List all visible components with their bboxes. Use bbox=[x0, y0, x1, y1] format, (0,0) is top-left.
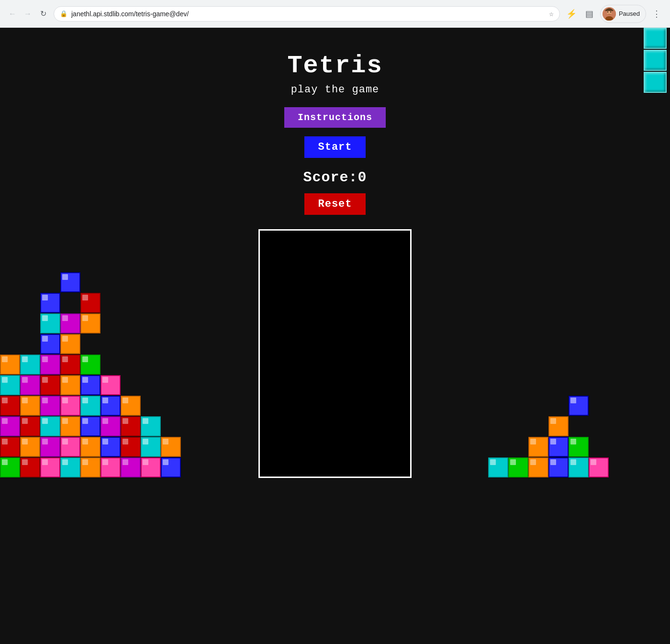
svg-rect-115 bbox=[62, 377, 68, 383]
lock-icon: 🔒 bbox=[60, 10, 67, 18]
svg-rect-52 bbox=[123, 439, 128, 444]
svg-rect-178 bbox=[591, 459, 596, 465]
svg-rect-40 bbox=[42, 439, 48, 444]
svg-rect-94 bbox=[62, 398, 68, 403]
back-button[interactable]: ← bbox=[6, 7, 19, 21]
svg-rect-187 bbox=[570, 439, 576, 444]
svg-point-3 bbox=[607, 11, 608, 12]
svg-rect-100 bbox=[102, 398, 108, 403]
left-blocks bbox=[0, 215, 201, 478]
svg-rect-16 bbox=[62, 459, 68, 465]
svg-rect-175 bbox=[570, 459, 576, 465]
svg-rect-58 bbox=[163, 439, 168, 444]
svg-rect-76 bbox=[102, 418, 108, 424]
svg-rect-37 bbox=[22, 439, 28, 444]
svg-rect-151 bbox=[42, 295, 48, 300]
profile-avatar bbox=[603, 7, 616, 21]
svg-rect-127 bbox=[22, 356, 28, 362]
menu-button[interactable]: ⋮ bbox=[649, 6, 664, 22]
svg-rect-130 bbox=[42, 356, 48, 362]
reset-button[interactable]: Reset bbox=[304, 193, 365, 215]
svg-rect-22 bbox=[102, 459, 108, 465]
svg-rect-91 bbox=[42, 398, 48, 403]
right-edge-piece bbox=[644, 28, 670, 94]
svg-rect-121 bbox=[102, 377, 108, 383]
svg-rect-193 bbox=[570, 398, 576, 403]
extensions-button[interactable]: ⚡ bbox=[564, 6, 579, 22]
svg-rect-46 bbox=[82, 439, 88, 444]
game-board-area bbox=[0, 229, 670, 478]
profile-button[interactable]: Paused bbox=[600, 5, 646, 23]
svg-rect-109 bbox=[22, 377, 28, 383]
svg-rect-190 bbox=[550, 418, 556, 424]
media-button[interactable]: ▤ bbox=[582, 6, 597, 22]
svg-rect-124 bbox=[2, 356, 8, 362]
game-subtitle: play the game bbox=[291, 84, 380, 96]
instructions-button[interactable]: Instructions bbox=[284, 107, 386, 128]
svg-rect-43 bbox=[62, 439, 68, 444]
svg-rect-136 bbox=[82, 356, 88, 362]
svg-rect-85 bbox=[2, 398, 8, 403]
game-title: Tetris bbox=[287, 52, 382, 80]
reload-button[interactable]: ↻ bbox=[36, 7, 50, 21]
svg-point-4 bbox=[610, 11, 611, 12]
svg-rect-64 bbox=[22, 418, 28, 424]
svg-rect-7 bbox=[2, 459, 8, 465]
svg-rect-10 bbox=[22, 459, 28, 465]
svg-rect-157 bbox=[82, 315, 88, 321]
svg-rect-67 bbox=[42, 418, 48, 424]
game-board bbox=[258, 229, 412, 478]
svg-rect-49 bbox=[102, 439, 108, 444]
svg-rect-181 bbox=[530, 439, 536, 444]
start-button[interactable]: Start bbox=[304, 136, 365, 158]
svg-rect-148 bbox=[62, 315, 68, 321]
svg-rect-112 bbox=[42, 377, 48, 383]
nav-buttons: ← → ↻ bbox=[6, 7, 50, 21]
svg-rect-88 bbox=[22, 398, 28, 403]
svg-rect-163 bbox=[490, 459, 496, 465]
svg-rect-139 bbox=[42, 336, 48, 342]
score-display: Score:0 bbox=[303, 169, 367, 186]
svg-rect-55 bbox=[143, 439, 148, 444]
svg-rect-106 bbox=[2, 377, 8, 383]
svg-rect-25 bbox=[123, 459, 128, 465]
url-text: janethl.api.stdlib.com/tetris-game@dev/ bbox=[71, 10, 545, 18]
svg-rect-79 bbox=[123, 418, 128, 424]
svg-rect-82 bbox=[143, 418, 148, 424]
browser-chrome: ← → ↻ 🔒 janethl.api.stdlib.com/tetris-ga… bbox=[0, 0, 670, 28]
svg-rect-19 bbox=[82, 459, 88, 465]
svg-rect-166 bbox=[510, 459, 516, 465]
svg-rect-70 bbox=[62, 418, 68, 424]
forward-button[interactable]: → bbox=[21, 7, 34, 21]
svg-rect-34 bbox=[2, 439, 8, 444]
svg-rect-103 bbox=[123, 398, 128, 403]
bookmark-icon[interactable]: ☆ bbox=[549, 9, 554, 19]
profile-label: Paused bbox=[619, 10, 640, 17]
svg-rect-31 bbox=[163, 459, 168, 465]
svg-rect-13 bbox=[42, 459, 48, 465]
svg-rect-142 bbox=[62, 336, 68, 342]
svg-rect-154 bbox=[82, 295, 88, 300]
right-blocks bbox=[488, 334, 670, 478]
game-container: Tetris play the game Instructions Start … bbox=[0, 28, 670, 644]
svg-rect-145 bbox=[42, 315, 48, 321]
svg-rect-61 bbox=[2, 418, 8, 424]
svg-rect-28 bbox=[143, 459, 148, 465]
svg-rect-73 bbox=[82, 418, 88, 424]
svg-rect-118 bbox=[82, 377, 88, 383]
svg-rect-184 bbox=[550, 439, 556, 444]
browser-actions: ⚡ ▤ Paused ⋮ bbox=[564, 5, 664, 23]
svg-rect-172 bbox=[550, 459, 556, 465]
svg-rect-160 bbox=[62, 274, 68, 280]
svg-rect-133 bbox=[62, 356, 68, 362]
address-bar[interactable]: 🔒 janethl.api.stdlib.com/tetris-game@dev… bbox=[54, 6, 560, 22]
svg-rect-169 bbox=[530, 459, 536, 465]
svg-rect-97 bbox=[82, 398, 88, 403]
